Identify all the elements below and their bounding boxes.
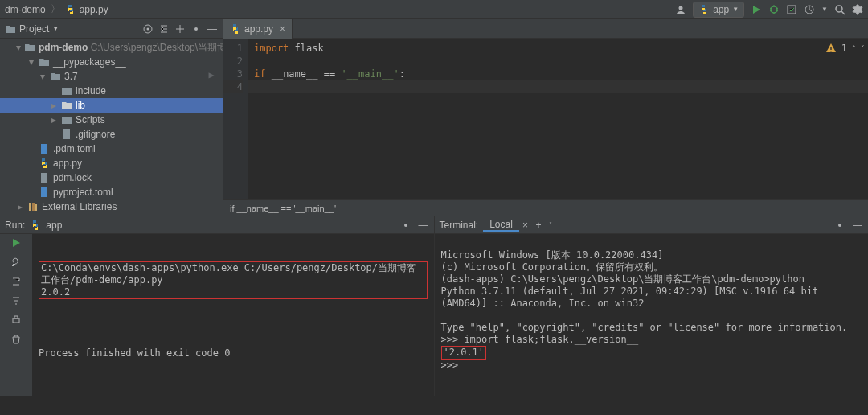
svg-rect-12 [41, 187, 47, 197]
chevron-down-icon[interactable]: ˅ [549, 221, 552, 228]
target-icon[interactable] [142, 23, 154, 35]
profile-button[interactable] [804, 4, 815, 15]
chevron-right-icon[interactable]: ▸ [50, 101, 58, 109]
python-icon [698, 4, 710, 15]
gear-icon[interactable] [400, 220, 411, 231]
svg-point-7 [147, 27, 149, 30]
code-area[interactable]: import flask if __name__ == '__main__': … [248, 39, 868, 199]
search-icon[interactable] [834, 4, 845, 15]
python-file-icon [230, 23, 241, 35]
breadcrumb-root[interactable]: dm-demo [5, 4, 46, 15]
close-icon[interactable]: × [522, 220, 528, 231]
run-console[interactable]: C:\Conda\envs\dash-apps\python.exe C:/Us… [32, 234, 434, 396]
svg-rect-9 [63, 129, 70, 139]
library-icon [27, 201, 39, 212]
run-label: Run: [5, 220, 25, 231]
editor-body[interactable]: 123▶4 import flask if __name__ == '__mai… [223, 39, 868, 199]
tree-item[interactable]: app.py [0, 156, 223, 171]
trash-icon[interactable] [10, 334, 22, 345]
user-icon[interactable] [675, 4, 686, 15]
svg-rect-17 [830, 51, 831, 51]
chevron-right-icon[interactable]: ▸ [50, 116, 58, 124]
coverage-button[interactable] [786, 4, 797, 15]
project-sidebar: Project ▼ — ▾ pdm-demo C:\Users\pengz\De… [0, 19, 223, 216]
run-panel-header: Run: app — [0, 216, 434, 234]
terminal-console[interactable]: Microsoft Windows [版本 10.0.22000.434] (c… [435, 234, 869, 396]
gear-icon[interactable] [852, 4, 863, 15]
terminal-header: Terminal: Local × + ˅ — [435, 216, 869, 234]
terminal-tab[interactable]: Local [483, 219, 519, 232]
breadcrumb-file[interactable]: app.py [80, 4, 108, 15]
collapse-icon[interactable] [174, 23, 186, 35]
tree-item[interactable]: pdm.lock [0, 171, 223, 185]
tree-item[interactable]: ▾3.7 [0, 69, 223, 84]
print-icon[interactable] [10, 314, 22, 326]
inspection-widget[interactable]: 1 ˄ ˅ [825, 42, 865, 55]
folder-icon [39, 56, 50, 68]
svg-rect-14 [32, 203, 35, 211]
project-tree[interactable]: ▾ pdm-demo C:\Users\pengz\Desktop\当期博客工作… [0, 39, 223, 216]
hide-icon[interactable]: — [852, 220, 863, 231]
step-icon[interactable] [10, 276, 22, 287]
run-button[interactable] [751, 4, 762, 15]
svg-rect-15 [35, 204, 37, 211]
svg-rect-11 [41, 173, 47, 183]
folder-icon [50, 71, 61, 82]
chevron-down-icon[interactable]: ▼ [52, 25, 59, 32]
tree-item[interactable]: .gitignore [0, 127, 223, 142]
chevron-down-icon[interactable]: ▼ [821, 6, 828, 13]
run-gutter [0, 234, 32, 396]
tree-root[interactable]: ▾ pdm-demo C:\Users\pengz\Desktop\当期博客工作… [0, 40, 223, 55]
wrench-icon[interactable] [10, 257, 22, 268]
svg-point-0 [679, 6, 683, 10]
folder-icon [61, 114, 72, 125]
chevron-down-icon[interactable]: ▾ [27, 58, 35, 66]
run-config-label: app [713, 4, 729, 15]
filter-icon[interactable] [10, 295, 22, 306]
tree-item[interactable]: include [0, 84, 223, 98]
tree-item[interactable]: ▾__pypackages__ [0, 55, 223, 69]
terminal-label: Terminal: [440, 220, 479, 231]
tab-label: app.py [244, 23, 273, 35]
debug-button[interactable] [768, 4, 780, 15]
svg-point-8 [194, 27, 198, 31]
folder-icon [5, 23, 16, 35]
chevron-down-icon[interactable]: ˅ [861, 42, 865, 55]
close-icon[interactable]: × [280, 23, 285, 35]
root-path: C:\Users\pengz\Desktop\当期博客工作台\pd [91, 42, 223, 53]
tree-item[interactable]: pyproject.toml [0, 185, 223, 199]
chevron-up-icon[interactable]: ˄ [852, 42, 856, 55]
chevron-right-icon[interactable]: ▸ [16, 203, 24, 211]
rerun-button[interactable] [10, 237, 22, 249]
tree-item[interactable]: Scratches and Consoles [0, 214, 223, 216]
hide-icon[interactable]: — [418, 220, 429, 231]
blank [50, 87, 58, 95]
editor-breadcrumb[interactable]: if __name__ == '__main__' [223, 199, 868, 216]
python-icon [30, 220, 41, 231]
add-tab-button[interactable]: + [533, 220, 544, 231]
run-panel: Run: app — C:\Conda\envs\dash-apps\pytho… [0, 216, 434, 396]
run-config-dropdown[interactable]: app ▼ [693, 2, 744, 18]
project-label[interactable]: Project [19, 23, 49, 35]
svg-rect-16 [830, 47, 831, 50]
editor: app.py × 123▶4 import flask if __name__ … [223, 19, 868, 216]
gear-icon[interactable] [834, 220, 845, 231]
project-header: Project ▼ — [0, 19, 223, 39]
tree-item[interactable]: ▸External Libraries [0, 199, 223, 214]
svg-rect-20 [14, 316, 18, 318]
run-config[interactable]: app [46, 220, 62, 231]
gear-icon[interactable] [190, 23, 202, 35]
editor-tab[interactable]: app.py × [223, 19, 293, 39]
root-label: pdm-demo [39, 42, 88, 53]
chevron-down-icon[interactable]: ▾ [16, 43, 21, 51]
tree-item-selected[interactable]: ▸lib [0, 98, 223, 113]
svg-rect-10 [41, 144, 47, 154]
expand-icon[interactable] [158, 23, 170, 35]
tree-item[interactable]: .pdm.toml [0, 142, 223, 156]
chevron-down-icon: ▼ [732, 6, 739, 13]
folder-icon [61, 85, 72, 97]
chevron-down-icon[interactable]: ▾ [39, 72, 47, 80]
hide-icon[interactable]: — [207, 23, 218, 35]
tree-item[interactable]: ▸Scripts [0, 113, 223, 127]
warning-count: 1 [841, 42, 847, 55]
